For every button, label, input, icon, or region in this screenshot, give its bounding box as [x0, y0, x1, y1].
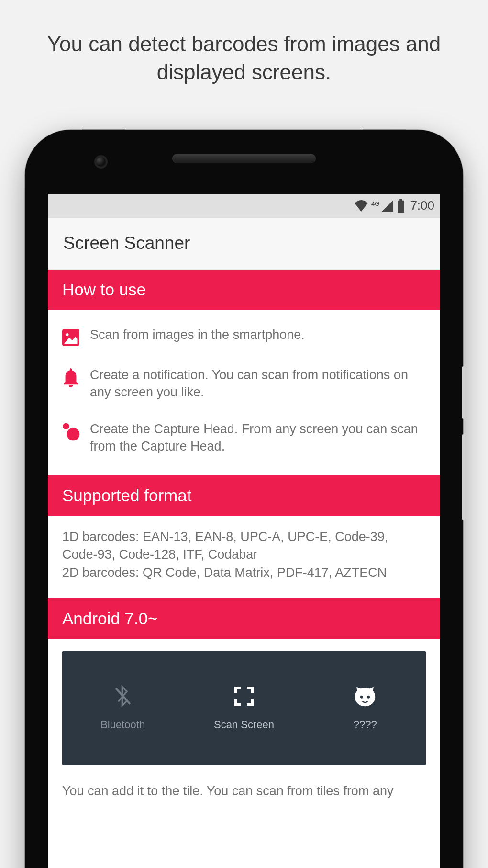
antenna-line	[363, 129, 406, 130]
status-clock: 7:00	[410, 198, 434, 213]
formats-2d: 2D barcodes: QR Code, Data Matrix, PDF-4…	[62, 564, 426, 582]
app-bar: Screen Scanner	[48, 218, 440, 270]
cell-signal-icon	[381, 200, 394, 212]
wifi-icon	[354, 200, 368, 212]
bubbles-icon	[61, 422, 80, 441]
battery-icon	[397, 199, 405, 213]
promo-headline: You can detect barcodes from images and …	[0, 0, 488, 87]
section-header-how-to-use: How to use	[48, 270, 440, 310]
list-item-text: Scan from images in the smartphone.	[90, 326, 305, 343]
device-screen: 4G 7:00 Screen Scanner How to use	[48, 194, 440, 868]
list-item-text: Create the Capture Head. From any screen…	[90, 420, 427, 455]
section-header-android: Android 7.0~	[48, 598, 440, 639]
tile-scan-screen[interactable]: Scan Screen	[183, 651, 304, 765]
android-description: You can add it to the tile. You can scan…	[48, 765, 440, 800]
tile-bluetooth[interactable]: Bluetooth	[62, 651, 183, 765]
status-bar: 4G 7:00	[48, 194, 440, 218]
tile-label: Bluetooth	[100, 719, 145, 731]
power-button	[462, 366, 465, 419]
tile-unknown[interactable]: ????	[305, 651, 426, 765]
quick-settings-tiles: Bluetooth Scan Screen ????	[62, 651, 426, 765]
antenna-line	[82, 129, 125, 130]
cat-icon	[354, 685, 376, 707]
volume-button	[462, 434, 465, 520]
svg-point-3	[63, 423, 69, 429]
list-item-text: Create a notification. You can scan from…	[90, 366, 427, 401]
bell-icon	[61, 368, 80, 387]
list-item[interactable]: Create a notification. You can scan from…	[53, 357, 435, 411]
speaker-grille	[172, 154, 316, 163]
tile-label: Scan Screen	[214, 719, 274, 731]
list-item[interactable]: Create the Capture Head. From any screen…	[53, 411, 435, 465]
how-to-use-list: Scan from images in the smartphone. Crea…	[48, 310, 440, 475]
image-icon	[61, 328, 80, 347]
network-type-label: 4G	[371, 200, 379, 207]
scan-icon	[234, 685, 254, 707]
section-header-supported-format: Supported format	[48, 475, 440, 516]
camera-dot	[94, 155, 108, 169]
formats-1d: 1D barcodes: EAN-13, EAN-8, UPC-A, UPC-E…	[62, 528, 426, 564]
svg-point-5	[360, 696, 363, 699]
list-item[interactable]: Scan from images in the smartphone.	[53, 316, 435, 357]
tile-label: ????	[354, 719, 377, 731]
bluetooth-off-icon	[113, 685, 133, 707]
supported-format-body: 1D barcodes: EAN-13, EAN-8, UPC-A, UPC-E…	[48, 516, 440, 598]
phone-mockup: 4G 7:00 Screen Scanner How to use	[25, 130, 463, 868]
svg-point-2	[67, 428, 80, 440]
svg-point-1	[66, 333, 69, 336]
svg-point-6	[367, 696, 370, 699]
app-title: Screen Scanner	[63, 233, 190, 253]
